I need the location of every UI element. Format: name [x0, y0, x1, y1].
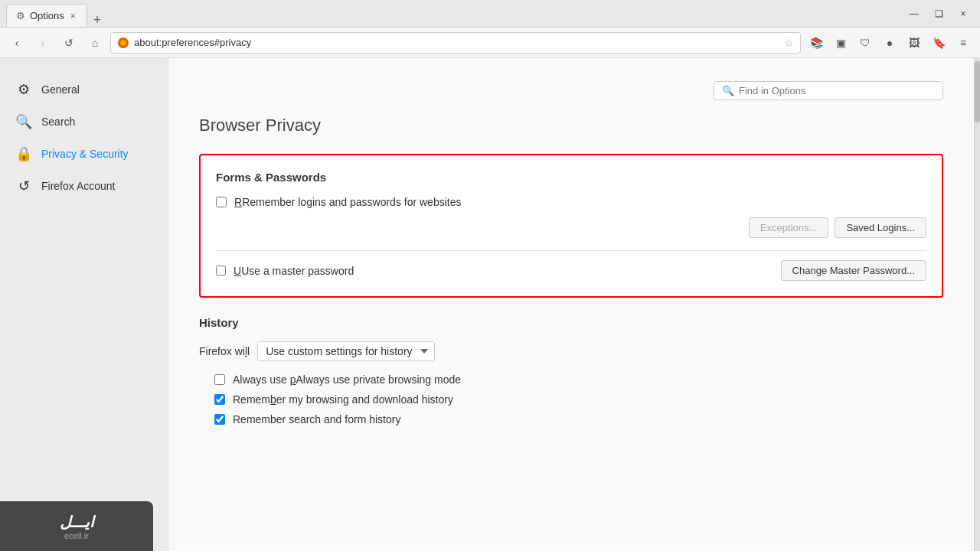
- tab-close-button[interactable]: ×: [69, 11, 77, 21]
- watermark-sub: ecell.ir: [60, 531, 94, 540]
- tab-label: Options: [30, 10, 64, 21]
- sidebar: ⚙ General 🔍 Search 🔒 Privacy & Security …: [0, 58, 168, 551]
- remember-search-checkbox[interactable]: [214, 414, 225, 425]
- pocket-icon[interactable]: 🔖: [928, 32, 949, 54]
- logins-buttons-row: Exceptions... Saved Logins...: [216, 217, 926, 238]
- scrollbar-thumb[interactable]: [975, 61, 980, 122]
- always-private-label: Always use pAlways use private browsing …: [233, 373, 461, 386]
- section-divider: [216, 250, 926, 251]
- find-search-icon: 🔍: [722, 85, 734, 96]
- bookmark-star-icon[interactable]: ☆: [784, 37, 794, 49]
- shield-icon[interactable]: 🛡: [854, 32, 876, 54]
- home-button[interactable]: ⌂: [84, 32, 106, 54]
- search-icon: 🔍: [15, 113, 32, 130]
- history-checkboxes: Always use pAlways use private browsing …: [199, 373, 943, 425]
- container-icon[interactable]: 🖼: [903, 32, 925, 54]
- sidebar-item-search[interactable]: 🔍 Search: [0, 106, 168, 138]
- library-icon[interactable]: 📚: [805, 32, 827, 54]
- history-dropdown[interactable]: Remember history Never remember history …: [257, 341, 435, 361]
- remember-logins-checkbox[interactable]: [216, 197, 227, 207]
- remember-browsing-checkbox[interactable]: [214, 394, 225, 405]
- exceptions-button[interactable]: Exceptions...: [749, 217, 828, 238]
- use-master-password-label: UUse a master password: [234, 265, 499, 277]
- main-layout: ⚙ General 🔍 Search 🔒 Privacy & Security …: [0, 58, 980, 551]
- toolbar-icons: 📚 ▣ 🛡 ● 🖼 🔖 ≡: [805, 32, 974, 54]
- history-title: History: [199, 316, 943, 329]
- nav-bar: ‹ › ↺ ⌂ ☆ 📚 ▣ 🛡 ● 🖼 🔖 ≡: [0, 28, 980, 58]
- tab-settings-icon: ⚙: [16, 10, 25, 21]
- sidebar-item-account-label: Firefox Account: [41, 180, 116, 192]
- close-button[interactable]: ×: [952, 5, 974, 23]
- sidebar-icon[interactable]: ▣: [830, 32, 851, 54]
- find-bar-container: 🔍: [199, 81, 943, 100]
- always-private-checkbox[interactable]: [214, 374, 225, 385]
- remember-logins-label: RRemember logins and passwords for websi…: [234, 196, 926, 208]
- find-input[interactable]: [739, 85, 935, 96]
- lock-icon: 🔒: [15, 145, 32, 162]
- new-tab-button[interactable]: +: [87, 13, 108, 27]
- url-input[interactable]: [134, 37, 779, 48]
- minimize-button[interactable]: —: [903, 5, 925, 23]
- window-controls: — ❑ ×: [903, 5, 974, 23]
- find-bar[interactable]: 🔍: [714, 81, 943, 100]
- firefox-will-row: Firefox will Remember history Never reme…: [199, 341, 943, 361]
- master-password-row: UUse a master password Change Master Pas…: [216, 260, 926, 281]
- history-section: History Firefox will Remember history Ne…: [199, 316, 943, 445]
- use-master-password-checkbox[interactable]: [216, 266, 226, 276]
- content-area: 🔍 Browser Privacy Forms & Passwords RRem…: [168, 58, 974, 551]
- watermark-text: ایـــل: [60, 513, 94, 531]
- address-bar[interactable]: ☆: [110, 32, 801, 54]
- sidebar-item-general[interactable]: ⚙ General: [0, 73, 168, 106]
- remember-logins-row: RRemember logins and passwords for websi…: [216, 196, 926, 208]
- active-tab[interactable]: ⚙ Options ×: [6, 4, 87, 27]
- sidebar-item-privacy[interactable]: 🔒 Privacy & Security: [0, 138, 168, 170]
- page-title: Browser Privacy: [199, 116, 943, 135]
- page-scrollbar[interactable]: [974, 58, 980, 551]
- watermark: ایـــل ecell.ir: [0, 501, 153, 551]
- menu-button[interactable]: ≡: [952, 32, 974, 54]
- avatar-icon[interactable]: ●: [879, 32, 900, 54]
- remember-search-label: Remember search and form history: [233, 413, 400, 425]
- forward-button[interactable]: ›: [32, 32, 54, 54]
- sidebar-item-search-label: Search: [41, 116, 75, 128]
- remember-browsing-row: Remember my browsing and download histor…: [214, 393, 943, 406]
- firefox-will-label: Firefox will: [199, 345, 250, 357]
- saved-logins-button[interactable]: Saved Logins...: [835, 217, 926, 238]
- remember-browsing-label: Remember my browsing and download histor…: [233, 393, 453, 406]
- reload-button[interactable]: ↺: [58, 32, 80, 54]
- account-icon: ↺: [15, 178, 32, 194]
- general-icon: ⚙: [15, 81, 32, 98]
- sidebar-item-general-label: General: [41, 83, 80, 96]
- svg-point-2: [122, 41, 125, 44]
- firefox-logo: [117, 37, 129, 49]
- remember-search-row: Remember search and form history: [214, 413, 943, 425]
- always-private-row: Always use pAlways use private browsing …: [214, 373, 943, 386]
- sidebar-item-privacy-label: Privacy & Security: [41, 148, 129, 160]
- restore-button[interactable]: ❑: [928, 5, 949, 23]
- forms-section-title: Forms & Passwords: [216, 171, 926, 184]
- sidebar-item-account[interactable]: ↺ Firefox Account: [0, 170, 168, 202]
- back-button[interactable]: ‹: [6, 32, 28, 54]
- forms-passwords-section: Forms & Passwords RRemember logins and p…: [199, 154, 943, 298]
- title-bar: ⚙ Options × + — ❑ ×: [0, 0, 980, 28]
- change-master-password-button[interactable]: Change Master Password...: [781, 260, 926, 281]
- tab-strip: ⚙ Options × +: [6, 0, 107, 27]
